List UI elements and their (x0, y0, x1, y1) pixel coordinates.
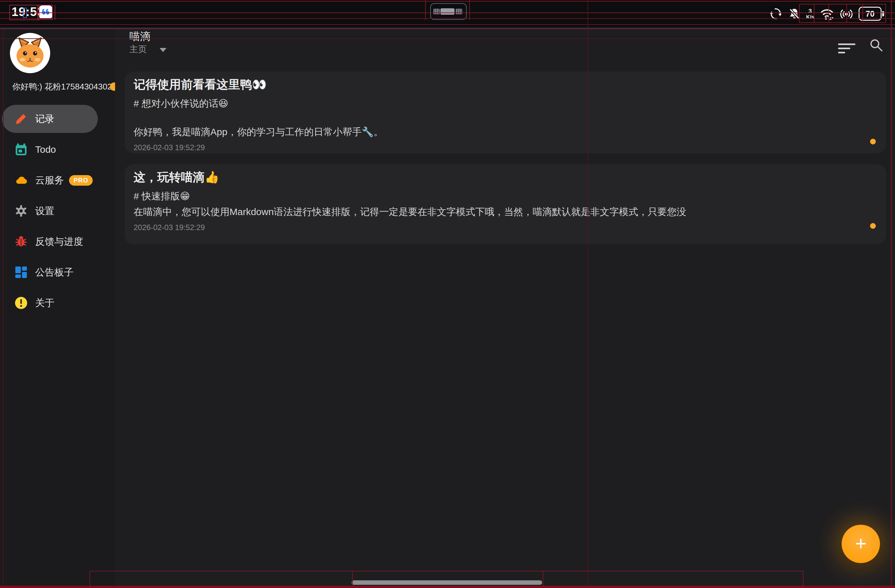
add-note-fab[interactable]: + (842, 525, 880, 563)
dashboard-icon (14, 265, 28, 279)
note-card[interactable]: 记得使用前看看这里鸭👀 # 想对小伙伴说的话😆 你好鸭，我是喵滴App，你的学习… (125, 71, 886, 153)
note-status-dot (870, 139, 876, 144)
sidebar-item-label: Todo (35, 144, 56, 155)
username-label: 你好鸭:) 花粉1758430430298 (12, 81, 115, 92)
sidebar-item-label: 关于 (35, 297, 54, 310)
sort-button[interactable] (838, 41, 859, 56)
status-bar: 19:53 (0, 0, 895, 29)
note-content: 在喵滴中，您可以使用Markdown语法进行快速排版，记得一定是要在非文字模式下… (133, 206, 875, 218)
note-card[interactable]: 这，玩转喵滴👍 # 快速排版😁 在喵滴中，您可以使用Markdown语法进行快速… (125, 164, 886, 244)
note-timestamp: 2026-02-03 19:52:29 (133, 143, 875, 152)
sidebar-item-about[interactable]: 关于 (2, 289, 98, 317)
pencil-icon (14, 112, 28, 126)
sidebar-item-board[interactable]: 公告板子 (2, 258, 98, 286)
sidebar-item-label: 云服务 (35, 174, 64, 187)
note-status-dot (870, 223, 876, 229)
avatar[interactable] (10, 33, 50, 74)
cloud-icon (14, 173, 28, 187)
battery-indicator: 70 (859, 7, 884, 21)
gear-icon (14, 204, 28, 218)
status-icons: 3 K/s 4 (769, 4, 884, 24)
search-button[interactable] (869, 38, 883, 52)
notch-detail (456, 9, 462, 14)
sidebar-item-label: 反馈与进度 (35, 235, 83, 248)
battery-nub (882, 11, 884, 16)
sidebar-item-label: 公告板子 (35, 266, 74, 279)
sort-icon (838, 52, 845, 53)
sidebar-item-label: 记录 (35, 112, 54, 126)
hotspot-icon (840, 7, 853, 20)
home-gesture-bar[interactable] (352, 580, 542, 585)
sidebar-menu: 记录 Todo (0, 102, 115, 320)
quote-icon (41, 8, 50, 17)
sidebar-item-feedback[interactable]: 反馈与进度 (2, 227, 98, 256)
sort-icon (838, 44, 856, 45)
notch-detail (440, 8, 455, 15)
sidebar-item-cloud[interactable]: 云服务 PRO (2, 166, 98, 194)
pro-badge: PRO (69, 175, 93, 186)
sidebar-item-notes[interactable]: 记录 (2, 105, 98, 133)
network-speed-unit: K/s (806, 15, 814, 20)
bug-icon (14, 235, 28, 249)
note-title: 这，玩转喵滴👍 (133, 170, 875, 185)
auto-rotate-off-icon (769, 7, 783, 20)
note-subtitle: # 想对小伙伴说的话😆 (133, 97, 875, 110)
note-timestamp: 2026-02-03 19:52:29 (133, 223, 875, 232)
sidebar-item-todo[interactable]: Todo (2, 135, 98, 164)
page-selector-label: 主页 (129, 44, 147, 55)
sidebar-item-settings[interactable]: 设置 (2, 197, 98, 225)
wifi-icon: 4 (819, 7, 834, 21)
sidebar: 你好鸭:) 花粉1758430430298 记录 (0, 29, 115, 588)
notifications-off-icon (788, 7, 801, 20)
note-title: 记得使用前看看这里鸭👀 (133, 77, 875, 92)
calendar-icon (14, 142, 28, 156)
network-speed-value: 3 (809, 8, 812, 14)
note-subtitle: # 快速排版😁 (133, 190, 875, 203)
info-icon (14, 296, 28, 310)
main-area: 喵滴 主页 记得使用前看看这里鸭👀 # 想对小伙伴说的话😆 你好鸭，我是喵滴Ap… (115, 29, 895, 588)
camera-notch (430, 3, 467, 20)
plus-icon: + (855, 533, 866, 553)
sidebar-item-label: 设置 (35, 205, 54, 218)
notification-app-icon (39, 5, 52, 19)
note-content: 你好鸭，我是喵滴App，你的学习与工作的日常小帮手🔧。 (133, 126, 875, 139)
page-selector-dropdown[interactable]: 主页 (129, 44, 167, 55)
wifi-gen-label: 4 (829, 16, 832, 21)
app-screen: 19:53 (0, 0, 895, 588)
sort-icon (838, 48, 850, 49)
battery-level: 70 (859, 7, 881, 21)
page-title: 喵滴 (129, 29, 150, 44)
notch-detail (434, 9, 440, 14)
network-speed: 3 K/s (806, 8, 814, 20)
chevron-down-icon (159, 48, 167, 52)
